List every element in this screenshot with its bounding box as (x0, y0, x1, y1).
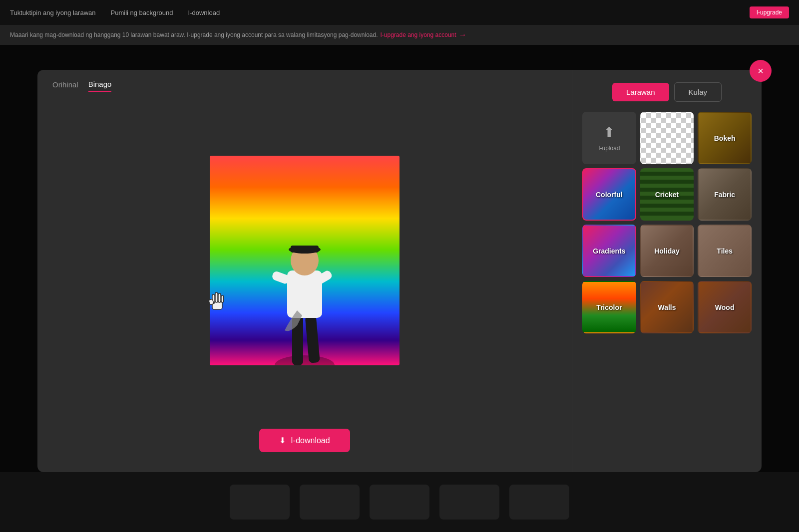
download-button[interactable]: ⬇ I-download (259, 429, 350, 452)
grid-item-wood[interactable]: Wood (698, 281, 752, 333)
holiday-label: Holiday (654, 247, 680, 255)
grid-item-bokeh[interactable]: Bokeh (698, 112, 752, 164)
tab-binago[interactable]: Binago (88, 80, 112, 92)
tiles-label: Tiles (717, 247, 733, 255)
bottom-item-4 (439, 485, 499, 520)
grid-item-gradients[interactable]: Gradients (582, 225, 636, 277)
upload-icon: ⬆ (603, 124, 615, 141)
grid-item-tiles[interactable]: Tiles (698, 225, 752, 277)
bottom-item-2 (300, 485, 360, 520)
bottom-content (0, 472, 799, 532)
bottom-item-1 (230, 485, 290, 520)
sub-bar: Maaari kang mag-download ng hanggang 10 … (0, 25, 799, 45)
colorful-label: Colorful (596, 191, 623, 199)
download-area: ⬇ I-download (52, 419, 557, 462)
grid-item-upload[interactable]: ⬆ I-upload (582, 112, 636, 164)
tricolor-label: Tricolor (596, 303, 622, 311)
top-bar-right: I-upgrade (750, 6, 789, 18)
svg-rect-9 (291, 246, 319, 253)
gradients-label: Gradients (593, 247, 625, 255)
sub-bar-text: Maaari kang mag-download ng hanggang 10 … (10, 31, 378, 38)
arrow-icon: → (459, 30, 467, 39)
left-panel: Orihinal Binago (37, 70, 572, 472)
nav-step-2: Pumili ng background (111, 9, 173, 16)
background-grid: ⬆ I-upload Bokeh Colorful Cricket Fabric (582, 112, 752, 333)
nav-step-1: Tuktuktipin ang iyong larawan (10, 9, 96, 16)
walls-label: Walls (658, 303, 676, 311)
image-area (52, 102, 557, 419)
wood-label: Wood (715, 303, 735, 311)
bokeh-label: Bokeh (714, 134, 736, 142)
grid-item-fabric[interactable]: Fabric (698, 168, 752, 221)
upload-label: I-upload (598, 145, 620, 152)
grid-item-cricket[interactable]: Cricket (640, 168, 694, 221)
bottom-item-3 (370, 485, 429, 520)
top-bar-nav: Tuktuktipin ang iyong larawan Pumili ng … (10, 9, 220, 16)
tab-original[interactable]: Orihinal (52, 80, 78, 92)
upgrade-link[interactable]: I-upgrade ang iyong account (380, 31, 456, 38)
grid-item-transparent[interactable] (640, 112, 694, 164)
grid-item-holiday[interactable]: Holiday (640, 225, 694, 277)
download-label: I-download (291, 436, 330, 445)
fabric-label: Fabric (714, 191, 735, 199)
close-button[interactable]: × (750, 60, 772, 82)
cricket-label: Cricket (655, 191, 679, 199)
grid-item-tricolor[interactable]: Tricolor (582, 281, 636, 333)
download-icon: ⬇ (279, 436, 286, 445)
toggle-kulay[interactable]: Kulay (674, 82, 722, 102)
toggle-larawan[interactable]: Larawan (612, 83, 669, 101)
preview-svg (210, 156, 400, 365)
upgrade-button[interactable]: I-upgrade (750, 6, 789, 18)
grid-item-colorful[interactable]: Colorful (582, 168, 636, 221)
right-panel: Larawan Kulay ⬆ I-upload Bokeh Colorful (572, 70, 762, 472)
toggle-group: Larawan Kulay (582, 82, 752, 102)
bottom-item-5 (509, 485, 569, 520)
top-bar: Tuktuktipin ang iyong larawan Pumili ng … (0, 0, 799, 25)
main-modal: × Orihinal Binago (37, 70, 762, 472)
tab-group: Orihinal Binago (52, 80, 557, 92)
nav-step-3: I-download (188, 9, 220, 16)
grid-item-walls[interactable]: Walls (640, 281, 694, 333)
preview-image (210, 156, 400, 365)
